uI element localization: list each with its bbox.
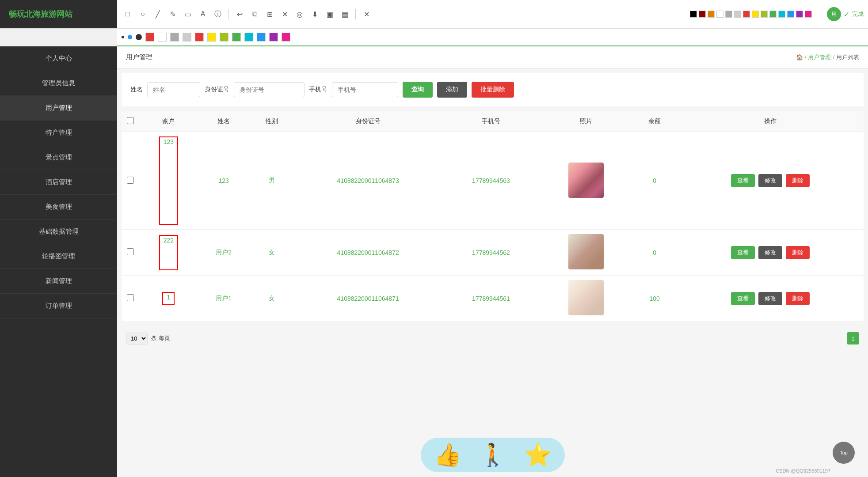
color-lightgray[interactable]	[734, 11, 741, 18]
sidebar-item-specialty[interactable]: 特产管理	[0, 121, 117, 145]
sidebar-item-orders[interactable]: 订单管理	[0, 294, 117, 318]
sidebar-item-hotel[interactable]: 酒店管理	[0, 170, 117, 195]
text-tool-icon[interactable]: A	[197, 8, 209, 20]
undo-icon[interactable]: ↩	[233, 8, 246, 20]
row3-delete-button[interactable]: 删除	[786, 292, 810, 305]
select-all-checkbox[interactable]	[127, 117, 134, 124]
sidebar-item-carousel[interactable]: 轮播图管理	[0, 244, 117, 269]
color-gray[interactable]	[725, 11, 732, 18]
row1-id-card: 410882200011064873	[294, 132, 442, 230]
row1-phone: 17789944563	[442, 132, 540, 230]
square-icon[interactable]: ▣	[324, 8, 336, 20]
row2-photo-img	[568, 234, 604, 269]
info-icon[interactable]: ⓘ	[212, 8, 224, 20]
active-color-pink[interactable]	[282, 33, 290, 42]
color-darkred[interactable]	[699, 11, 706, 18]
table-icon[interactable]: ▤	[339, 8, 351, 20]
circle-tool-icon[interactable]: ○	[137, 8, 149, 20]
color-cyan[interactable]	[778, 11, 785, 18]
row3-photo	[540, 276, 632, 322]
color-purple[interactable]	[796, 11, 803, 18]
bulk-delete-button[interactable]: 批量删除	[472, 82, 514, 98]
rect2-tool-icon[interactable]: ▭	[182, 8, 194, 20]
query-button[interactable]: 查询	[403, 82, 433, 98]
active-color-yellow[interactable]	[207, 33, 216, 42]
color-green[interactable]	[769, 11, 777, 18]
active-color-purple[interactable]	[269, 33, 278, 42]
scroll-to-top-button[interactable]: Top	[833, 442, 855, 464]
row3-view-button[interactable]: 查看	[731, 292, 755, 305]
breadcrumb-home-icon: 🏠	[796, 54, 803, 61]
name-label: 姓名	[130, 86, 143, 94]
sidebar-item-basic-data[interactable]: 基础数据管理	[0, 220, 117, 244]
sidebar-item-user-mgmt[interactable]: 用户管理	[0, 96, 117, 121]
sidebar-item-scenic[interactable]: 景点管理	[0, 145, 117, 170]
copy-icon[interactable]: ⧉	[248, 8, 261, 20]
color-red[interactable]	[743, 11, 750, 18]
close-icon[interactable]: ✕	[360, 8, 373, 20]
main-content: 用户管理 🏠 / 用户管理 / 用户列表 姓名 身份证号 手机号 查询 添加 批…	[117, 46, 868, 477]
header-balance: 余额	[632, 111, 677, 132]
brush-size-large[interactable]	[136, 34, 142, 40]
sidebar-item-personal[interactable]: 个人中心	[0, 46, 117, 71]
row3-gender: 女	[249, 276, 294, 322]
phone-input[interactable]	[332, 82, 398, 97]
color-pink[interactable]	[805, 11, 812, 18]
download-icon[interactable]: ⬇	[308, 8, 321, 20]
toolbar-divider2	[355, 9, 356, 19]
pen-tool-icon[interactable]: ✎	[167, 8, 179, 20]
row2-delete-button[interactable]: 删除	[786, 246, 810, 259]
toolbar-icons: □ ○ ╱ ✎ ▭ A ⓘ ↩ ⧉ ⊞ ✕ ◎ ⬇ ▣ ▤ ✕	[117, 7, 868, 21]
page-title: 用户管理	[126, 53, 152, 61]
per-page-select[interactable]: 10 20 50	[126, 333, 148, 344]
brush-size-medium[interactable]	[128, 35, 132, 39]
row2-checkbox[interactable]	[127, 248, 134, 255]
row1-edit-button[interactable]: 修改	[758, 174, 782, 187]
row1-name: 123	[198, 132, 250, 230]
active-color-red[interactable]	[145, 33, 154, 42]
header-id-card: 身份证号	[294, 111, 442, 132]
row3-photo-img	[568, 280, 604, 315]
active-color-yg[interactable]	[220, 33, 228, 42]
row1-view-button[interactable]: 查看	[731, 174, 755, 187]
done-button[interactable]: 完成	[852, 10, 864, 18]
color-black[interactable]	[690, 11, 697, 18]
row3-edit-button[interactable]: 修改	[758, 292, 782, 305]
target-icon[interactable]: ◎	[293, 8, 306, 20]
color-blue[interactable]	[787, 11, 794, 18]
grid-icon[interactable]: ⊞	[263, 8, 276, 20]
add-button[interactable]: 添加	[437, 82, 467, 98]
color-white[interactable]	[716, 11, 723, 18]
row1-checkbox[interactable]	[127, 177, 134, 184]
cross-icon[interactable]: ✕	[278, 8, 291, 20]
rect-tool-icon[interactable]: □	[122, 8, 134, 20]
active-color-green[interactable]	[232, 33, 241, 42]
row2-id-card: 410882200011064872	[294, 230, 442, 276]
active-color-lightgray[interactable]	[183, 33, 191, 42]
line-tool-icon[interactable]: ╱	[152, 8, 164, 20]
row3-checkbox[interactable]	[127, 294, 134, 301]
sidebar-item-food[interactable]: 美食管理	[0, 195, 117, 220]
color-orange[interactable]	[708, 11, 715, 18]
active-color-cyan[interactable]	[244, 33, 253, 42]
active-color-blue[interactable]	[257, 33, 266, 42]
breadcrumb: 🏠 / 用户管理 / 用户列表	[796, 53, 859, 61]
active-color-white[interactable]	[158, 33, 167, 42]
sidebar-item-admin-info[interactable]: 管理员信息	[0, 71, 117, 96]
header-name: 姓名	[198, 111, 250, 132]
brush-size-small[interactable]	[122, 36, 124, 38]
id-input[interactable]	[234, 82, 305, 97]
page-number[interactable]: 1	[847, 332, 859, 344]
active-color-red2[interactable]	[195, 33, 204, 42]
active-color-gray[interactable]	[170, 33, 179, 42]
color-yellow[interactable]	[752, 11, 759, 18]
row1-delete-button[interactable]: 删除	[786, 174, 810, 187]
per-page-label: 条 每页	[151, 334, 170, 342]
row2-edit-button[interactable]: 修改	[758, 246, 782, 259]
header-phone: 手机号	[442, 111, 540, 132]
sidebar-item-news[interactable]: 新闻管理	[0, 269, 117, 294]
color-yellow-green[interactable]	[761, 11, 768, 18]
name-input[interactable]	[147, 82, 200, 97]
row2-view-button[interactable]: 查看	[731, 246, 755, 259]
row1-checkbox-cell	[122, 132, 139, 230]
